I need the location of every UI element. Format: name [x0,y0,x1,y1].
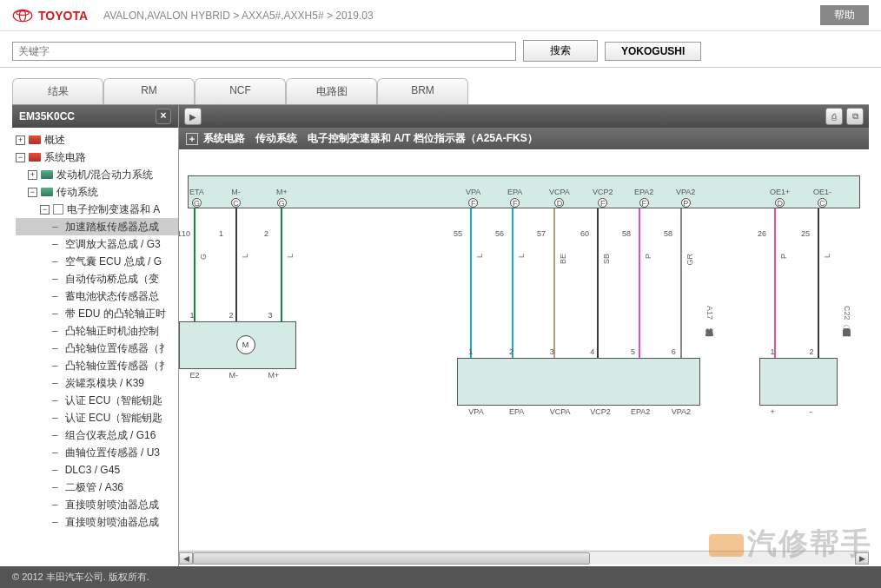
footer-copyright: © 2012 丰田汽车公司. 版权所有. [0,566,881,588]
print-button[interactable]: ⎙ [825,108,843,125]
tree-node[interactable]: –空气囊 ECU 总成 / G [16,253,178,270]
tree-node[interactable]: –蓄电池状态传感器总 [16,287,178,305]
scroll-thumb[interactable] [193,552,590,565]
tree-node[interactable]: –加速踏板传感器总成 [16,218,178,235]
tree-node[interactable]: –凸轮轴正时机油控制 [16,322,178,340]
svg-point-2 [17,10,29,15]
tree-node[interactable]: −传动系统 [16,183,178,201]
doc-code: EM35K0CC [19,110,75,122]
search-input[interactable] [12,42,516,61]
tab-BRM[interactable]: BRM [377,78,468,104]
nav-tree: +概述−系统电路+发动机/混合动力系统−传动系统−电子控制变速器和 A–加速踏板… [12,128,178,588]
tree-node[interactable]: +发动机/混合动力系统 [16,166,178,183]
tree-node[interactable]: –直接喷射喷油器总成 [16,496,178,513]
tree-node[interactable]: +概述 [16,131,178,149]
yokogushi-button[interactable]: YOKOGUSHI [605,42,701,61]
expand-icon[interactable]: ＋ [186,133,198,145]
play-button[interactable]: ▶ [184,108,202,125]
tree-node[interactable]: –认证 ECU（智能钥匙 [16,392,178,409]
tree-node[interactable]: –直接喷射喷油器总成 [16,513,178,531]
tree-node[interactable]: –空调放大器总成 / G3 [16,235,178,253]
tree-node[interactable]: –炭罐泵模块 / K39 [16,374,178,392]
help-button[interactable]: 帮助 [820,5,869,25]
scroll-right-icon[interactable]: ▶ [855,552,869,565]
tree-node[interactable]: –曲轴位置传感器 / U3 [16,444,178,461]
tree-node[interactable]: –认证 ECU（智能钥匙 [16,409,178,426]
tab-电路图[interactable]: 电路图 [286,78,377,104]
tab-RM[interactable]: RM [103,78,195,104]
tree-node[interactable]: −系统电路 [16,149,178,166]
brand-logo: TOYOTA [12,9,88,23]
tree-node[interactable]: –组合仪表总成 / G16 [16,426,178,444]
breadcrumb: AVALON,AVALON HYBRID > AXXA5#,AXXH5# > 2… [103,10,374,22]
tree-node[interactable]: –自动传动桥总成（变 [16,270,178,287]
tree-node[interactable]: −电子控制变速器和 A [16,201,178,218]
tab-结果[interactable]: 结果 [12,78,103,104]
tree-node[interactable]: –带 EDU 的凸轮轴正时 [16,305,178,322]
tree-node[interactable]: –二极管 / A36 [16,479,178,496]
search-button[interactable]: 搜索 [523,40,598,62]
horizontal-scrollbar[interactable]: ◀ ▶ [179,551,869,565]
tree-node[interactable]: –凸轮轴位置传感器（扌 [16,357,178,374]
wiring-diagram[interactable]: A63(F),C75(G),C76(H) ECMETA110GM-1CM+2GV… [179,149,869,551]
open-window-button[interactable]: ⧉ [846,108,864,125]
tree-node[interactable]: –DLC3 / G45 [16,461,178,479]
tab-NCF[interactable]: NCF [195,78,286,104]
scroll-left-icon[interactable]: ◀ [179,552,193,565]
sidebar-close-icon[interactable]: × [156,109,171,124]
tree-node[interactable]: –凸轮轴位置传感器（扌 [16,340,178,357]
diagram-title: 系统电路 传动系统 电子控制变速器和 A/T 档位指示器（A25A-FKS） [203,131,538,146]
brand-text: TOYOTA [38,9,88,23]
